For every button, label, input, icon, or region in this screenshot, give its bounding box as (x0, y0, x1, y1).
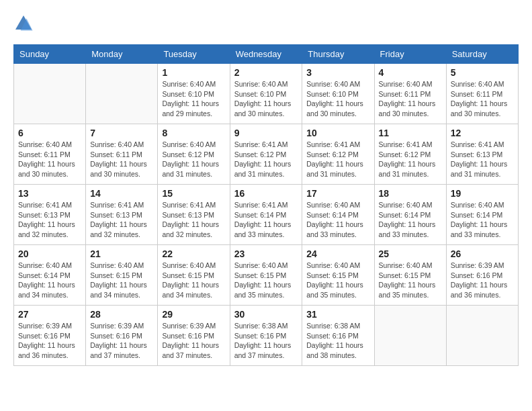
calendar-cell: 14Sunrise: 6:41 AM Sunset: 6:13 PM Dayli… (86, 185, 158, 245)
calendar-cell: 22Sunrise: 6:40 AM Sunset: 6:15 PM Dayli… (158, 245, 230, 306)
day-info: Sunrise: 6:38 AM Sunset: 6:16 PM Dayligh… (234, 321, 298, 361)
day-number: 27 (18, 309, 81, 320)
day-number: 1 (162, 67, 225, 78)
calendar-cell: 5Sunrise: 6:40 AM Sunset: 6:11 PM Daylig… (446, 64, 518, 124)
calendar-cell: 16Sunrise: 6:41 AM Sunset: 6:14 PM Dayli… (230, 185, 302, 245)
calendar-cell (374, 306, 446, 366)
day-number: 16 (234, 188, 298, 199)
day-number: 15 (162, 188, 225, 199)
day-info: Sunrise: 6:40 AM Sunset: 6:10 PM Dayligh… (234, 79, 298, 119)
day-info: Sunrise: 6:41 AM Sunset: 6:12 PM Dayligh… (379, 140, 442, 179)
calendar-cell: 31Sunrise: 6:38 AM Sunset: 6:16 PM Dayli… (302, 306, 374, 366)
day-of-week-header: Friday (374, 45, 446, 64)
calendar-cell: 13Sunrise: 6:41 AM Sunset: 6:13 PM Dayli… (14, 185, 86, 245)
day-info: Sunrise: 6:40 AM Sunset: 6:11 PM Dayligh… (90, 140, 153, 179)
calendar-cell: 20Sunrise: 6:40 AM Sunset: 6:14 PM Dayli… (14, 245, 86, 306)
day-number: 11 (379, 128, 442, 138)
day-number: 31 (306, 309, 369, 320)
day-info: Sunrise: 6:38 AM Sunset: 6:16 PM Dayligh… (306, 321, 369, 361)
page-header (13, 13, 519, 34)
day-info: Sunrise: 6:40 AM Sunset: 6:10 PM Dayligh… (162, 79, 225, 119)
calendar-cell: 15Sunrise: 6:41 AM Sunset: 6:13 PM Dayli… (158, 185, 230, 245)
day-number: 6 (18, 128, 81, 138)
day-number: 17 (306, 188, 369, 199)
day-info: Sunrise: 6:40 AM Sunset: 6:15 PM Dayligh… (234, 261, 298, 300)
day-number: 19 (451, 188, 514, 199)
day-info: Sunrise: 6:41 AM Sunset: 6:13 PM Dayligh… (162, 200, 225, 240)
day-info: Sunrise: 6:41 AM Sunset: 6:14 PM Dayligh… (234, 200, 298, 240)
day-number: 5 (451, 67, 514, 78)
day-number: 10 (306, 128, 369, 138)
day-info: Sunrise: 6:40 AM Sunset: 6:10 PM Dayligh… (306, 79, 369, 119)
day-number: 13 (18, 188, 81, 199)
calendar-cell: 17Sunrise: 6:40 AM Sunset: 6:14 PM Dayli… (302, 185, 374, 245)
logo (13, 13, 36, 34)
calendar-cell: 28Sunrise: 6:39 AM Sunset: 6:16 PM Dayli… (86, 306, 158, 366)
calendar-cell: 2Sunrise: 6:40 AM Sunset: 6:10 PM Daylig… (230, 64, 302, 124)
calendar-cell: 8Sunrise: 6:40 AM Sunset: 6:12 PM Daylig… (158, 124, 230, 185)
day-number: 8 (162, 128, 225, 138)
calendar-cell: 12Sunrise: 6:41 AM Sunset: 6:13 PM Dayli… (446, 124, 518, 185)
calendar-cell (86, 64, 158, 124)
calendar-cell: 11Sunrise: 6:41 AM Sunset: 6:12 PM Dayli… (374, 124, 446, 185)
day-info: Sunrise: 6:39 AM Sunset: 6:16 PM Dayligh… (18, 321, 81, 361)
day-info: Sunrise: 6:41 AM Sunset: 6:12 PM Dayligh… (234, 140, 298, 179)
day-info: Sunrise: 6:40 AM Sunset: 6:11 PM Dayligh… (18, 140, 81, 179)
day-info: Sunrise: 6:40 AM Sunset: 6:14 PM Dayligh… (451, 200, 514, 240)
day-of-week-header: Monday (86, 45, 158, 64)
calendar-cell: 18Sunrise: 6:40 AM Sunset: 6:14 PM Dayli… (374, 185, 446, 245)
calendar-week-row: 20Sunrise: 6:40 AM Sunset: 6:14 PM Dayli… (14, 245, 519, 306)
day-number: 22 (162, 248, 225, 259)
calendar-week-row: 1Sunrise: 6:40 AM Sunset: 6:10 PM Daylig… (14, 64, 519, 124)
calendar-cell: 3Sunrise: 6:40 AM Sunset: 6:10 PM Daylig… (302, 64, 374, 124)
day-of-week-header: Tuesday (158, 45, 230, 64)
calendar-cell: 29Sunrise: 6:39 AM Sunset: 6:16 PM Dayli… (158, 306, 230, 366)
calendar-cell: 4Sunrise: 6:40 AM Sunset: 6:11 PM Daylig… (374, 64, 446, 124)
day-number: 23 (234, 248, 298, 259)
day-number: 28 (90, 309, 153, 320)
calendar-cell: 1Sunrise: 6:40 AM Sunset: 6:10 PM Daylig… (158, 64, 230, 124)
day-number: 7 (90, 128, 153, 138)
day-info: Sunrise: 6:41 AM Sunset: 6:13 PM Dayligh… (451, 140, 514, 179)
calendar-table: SundayMondayTuesdayWednesdayThursdayFrid… (13, 44, 519, 366)
day-info: Sunrise: 6:40 AM Sunset: 6:11 PM Dayligh… (451, 79, 514, 119)
calendar-cell (14, 64, 86, 124)
day-info: Sunrise: 6:41 AM Sunset: 6:13 PM Dayligh… (90, 200, 153, 240)
day-info: Sunrise: 6:40 AM Sunset: 6:14 PM Dayligh… (379, 200, 442, 240)
calendar-cell: 30Sunrise: 6:38 AM Sunset: 6:16 PM Dayli… (230, 306, 302, 366)
day-info: Sunrise: 6:40 AM Sunset: 6:15 PM Dayligh… (306, 261, 369, 300)
day-number: 12 (451, 128, 514, 138)
day-number: 29 (162, 309, 225, 320)
day-of-week-header: Wednesday (230, 45, 302, 64)
day-info: Sunrise: 6:40 AM Sunset: 6:11 PM Dayligh… (379, 79, 442, 119)
day-info: Sunrise: 6:41 AM Sunset: 6:12 PM Dayligh… (306, 140, 369, 179)
day-info: Sunrise: 6:39 AM Sunset: 6:16 PM Dayligh… (162, 321, 225, 361)
day-number: 30 (234, 309, 298, 320)
calendar-week-row: 27Sunrise: 6:39 AM Sunset: 6:16 PM Dayli… (14, 306, 519, 366)
day-number: 20 (18, 248, 81, 259)
day-number: 4 (379, 67, 442, 78)
calendar-cell: 6Sunrise: 6:40 AM Sunset: 6:11 PM Daylig… (14, 124, 86, 185)
day-info: Sunrise: 6:40 AM Sunset: 6:14 PM Dayligh… (306, 200, 369, 240)
calendar-cell: 9Sunrise: 6:41 AM Sunset: 6:12 PM Daylig… (230, 124, 302, 185)
day-info: Sunrise: 6:39 AM Sunset: 6:16 PM Dayligh… (90, 321, 153, 361)
day-info: Sunrise: 6:39 AM Sunset: 6:16 PM Dayligh… (451, 261, 514, 300)
calendar-cell: 27Sunrise: 6:39 AM Sunset: 6:16 PM Dayli… (14, 306, 86, 366)
logo-icon (13, 13, 34, 34)
day-of-week-header: Sunday (14, 45, 86, 64)
calendar-cell: 7Sunrise: 6:40 AM Sunset: 6:11 PM Daylig… (86, 124, 158, 185)
day-info: Sunrise: 6:40 AM Sunset: 6:14 PM Dayligh… (18, 261, 81, 300)
calendar-cell: 26Sunrise: 6:39 AM Sunset: 6:16 PM Dayli… (446, 245, 518, 306)
calendar-header-row: SundayMondayTuesdayWednesdayThursdayFrid… (14, 45, 519, 64)
day-info: Sunrise: 6:41 AM Sunset: 6:13 PM Dayligh… (18, 200, 81, 240)
day-of-week-header: Thursday (302, 45, 374, 64)
calendar-cell: 19Sunrise: 6:40 AM Sunset: 6:14 PM Dayli… (446, 185, 518, 245)
day-info: Sunrise: 6:40 AM Sunset: 6:15 PM Dayligh… (379, 261, 442, 300)
calendar-cell: 24Sunrise: 6:40 AM Sunset: 6:15 PM Dayli… (302, 245, 374, 306)
day-number: 14 (90, 188, 153, 199)
day-number: 24 (306, 248, 369, 259)
calendar-cell: 21Sunrise: 6:40 AM Sunset: 6:15 PM Dayli… (86, 245, 158, 306)
calendar-cell (446, 306, 518, 366)
day-number: 2 (234, 67, 298, 78)
day-info: Sunrise: 6:40 AM Sunset: 6:15 PM Dayligh… (90, 261, 153, 300)
